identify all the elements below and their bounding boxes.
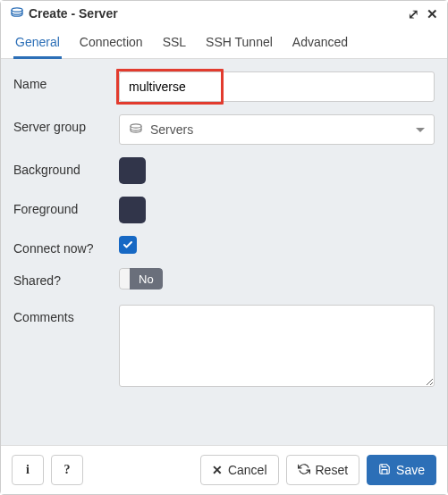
tab-ssl[interactable]: SSL (161, 28, 188, 58)
reset-button-label: Reset (316, 463, 349, 477)
save-button[interactable]: Save (367, 455, 436, 485)
save-button-label: Save (396, 463, 425, 477)
name-input[interactable] (119, 71, 435, 102)
tab-general[interactable]: General (13, 28, 62, 58)
maximize-icon[interactable]: ⤢ (408, 7, 419, 21)
tab-advanced[interactable]: Advanced (291, 28, 350, 58)
servers-icon (129, 123, 143, 136)
tab-connection[interactable]: Connection (78, 28, 145, 58)
server-group-select[interactable]: Servers (119, 114, 435, 145)
row-background: Background (13, 157, 435, 184)
tab-label: Connection (80, 35, 143, 49)
row-comments: Comments (13, 305, 435, 390)
close-icon: ✕ (212, 464, 223, 476)
label-foreground: Foreground (13, 197, 119, 216)
svg-point-1 (131, 124, 141, 128)
dialog-body: Name Server group (1, 59, 447, 445)
dialog-header: Create - Server ⤢ ✕ (1, 1, 447, 24)
row-shared: Shared? No (13, 268, 435, 292)
connect-now-checkbox[interactable] (119, 236, 137, 254)
dialog-footer: i ? ✕ Cancel Reset Save (1, 445, 447, 494)
chevron-down-icon (416, 128, 425, 132)
row-server-group: Server group Servers (13, 114, 435, 145)
svg-point-0 (12, 8, 22, 12)
shared-toggle[interactable]: No (119, 268, 163, 289)
close-icon[interactable]: ✕ (427, 7, 438, 21)
tab-label: SSL (163, 35, 186, 49)
comments-textarea[interactable] (119, 305, 435, 387)
label-connect-now: Connect now? (13, 236, 119, 256)
info-button[interactable]: i (12, 455, 44, 485)
label-shared: Shared? (13, 268, 119, 288)
info-icon: i (26, 464, 30, 476)
label-background: Background (13, 157, 119, 177)
label-comments: Comments (13, 305, 119, 324)
tab-label: Advanced (292, 35, 348, 49)
label-name: Name (13, 71, 119, 91)
row-foreground: Foreground (13, 197, 435, 223)
tab-label: General (15, 35, 60, 49)
server-icon (10, 7, 24, 20)
create-server-dialog: Create - Server ⤢ ✕ General Connection S… (0, 0, 448, 495)
tab-label: SSH Tunnel (206, 35, 273, 49)
dialog-title: Create - Server (10, 6, 408, 21)
toggle-label: No (130, 268, 163, 289)
help-icon: ? (64, 464, 71, 476)
background-color-picker[interactable] (119, 157, 146, 184)
row-connect-now: Connect now? (13, 236, 435, 256)
tab-ssh-tunnel[interactable]: SSH Tunnel (204, 28, 275, 58)
dialog-title-text: Create - Server (29, 6, 118, 21)
server-group-value: Servers (150, 122, 193, 137)
foreground-color-picker[interactable] (119, 197, 146, 223)
cancel-button[interactable]: ✕ Cancel (200, 455, 279, 485)
tabs: General Connection SSL SSH Tunnel Advanc… (1, 24, 447, 59)
toggle-handle (119, 268, 130, 289)
label-server-group: Server group (13, 114, 119, 134)
recycle-icon (298, 463, 310, 478)
row-name: Name (13, 71, 435, 102)
save-icon (378, 463, 391, 478)
reset-button[interactable]: Reset (286, 455, 360, 485)
cancel-button-label: Cancel (228, 463, 267, 477)
help-button[interactable]: ? (51, 455, 83, 485)
